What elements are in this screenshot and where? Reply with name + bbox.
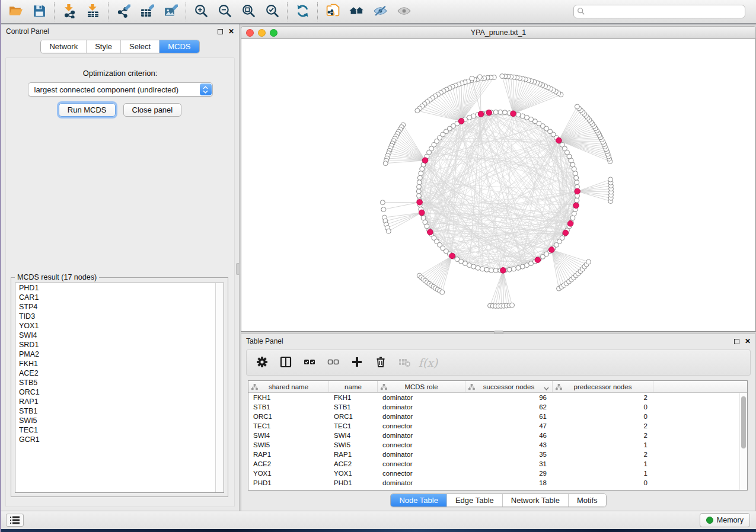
table-cell[interactable]: FKH1 [329,394,378,401]
table-cell[interactable]: 0 [553,413,653,420]
list-item[interactable]: STB1 [15,406,224,416]
table-cell[interactable]: connector [378,422,465,430]
horizontal-splitter-handle[interactable] [494,331,503,334]
list-item[interactable]: CAR1 [15,293,224,302]
table-cell[interactable]: SWI4 [329,432,378,439]
import-network-button[interactable] [58,2,81,22]
table-cell[interactable]: dominator [378,451,465,458]
copy-network-button[interactable] [321,2,344,22]
close-panel-icon[interactable]: ✕ [228,28,234,35]
list-item[interactable]: GCR1 [15,435,224,444]
column-header-predecessor-nodes[interactable]: predecessor nodes [553,381,653,392]
table-cell[interactable]: 1 [553,441,653,448]
tab-network[interactable]: Network [41,40,87,53]
table-row[interactable]: RAP1RAP1dominator352 [248,450,747,459]
hide-selected-button[interactable] [368,2,392,22]
table-row[interactable]: ORC1ORC1dominator610 [248,412,747,421]
list-item[interactable]: PHD1 [15,283,224,293]
show-columns-button[interactable] [275,352,296,373]
network-graph[interactable] [241,39,755,331]
table-cell[interactable]: STB1 [329,403,378,411]
list-item[interactable]: SWI4 [15,331,224,340]
table-cell[interactable]: 61 [465,413,553,420]
network-canvas[interactable] [241,39,756,332]
float-table-panel-icon[interactable] [734,339,739,344]
zoom-selected-button[interactable] [260,2,284,22]
tab-node-table[interactable]: Node Table [391,494,447,507]
list-item[interactable]: YOX1 [15,321,224,331]
column-header-successor-nodes[interactable]: successor nodes [465,381,553,392]
open-button[interactable] [4,2,27,22]
table-cell[interactable]: 2 [553,451,653,458]
table-cell[interactable]: 29 [465,470,553,477]
table-cell[interactable]: 0 [553,403,653,411]
table-cell[interactable]: 43 [465,441,553,448]
table-row[interactable]: YOX1YOX1connector291 [248,469,747,478]
table-cell[interactable]: 2 [553,422,653,430]
list-item[interactable]: FKH1 [15,359,224,368]
table-cell[interactable]: 96 [465,394,553,401]
table-cell[interactable]: ACE2 [329,460,378,467]
first-neighbors-button[interactable] [344,2,368,22]
table-cell[interactable]: SWI5 [248,441,329,448]
table-cell[interactable]: ORC1 [329,413,378,420]
table-cell[interactable]: ORC1 [248,413,329,420]
table-cell[interactable]: PHD1 [248,479,329,486]
show-all-button[interactable] [392,2,416,22]
list-item[interactable]: ACE2 [15,368,224,378]
criterion-dropdown[interactable]: largest connected component (undirected) [28,82,213,97]
search-input[interactable] [573,5,745,18]
list-item[interactable]: SWI5 [15,416,224,425]
table-cell[interactable]: connector [378,460,465,467]
table-cell[interactable]: YOX1 [329,470,378,477]
table-row[interactable]: STB1STB1dominator620 [248,402,747,412]
close-panel-button[interactable]: Close panel [123,103,182,117]
table-row[interactable]: ACE2ACE2connector311 [248,459,747,469]
table-cell[interactable]: SWI4 [248,432,329,439]
tab-motifs[interactable]: Motifs [569,494,606,507]
tab-edge-table[interactable]: Edge Table [447,494,503,507]
table-cell[interactable]: dominator [378,403,465,411]
memory-button[interactable]: Memory [700,513,750,527]
run-mcds-button[interactable]: Run MCDS [59,103,116,117]
save-button[interactable] [27,2,51,22]
select-all-button[interactable] [299,352,320,373]
mcds-result-list[interactable]: PHD1CAR1STP4TID3YOX1SWI4SRD1PMA2FKH1ACE2… [15,283,224,493]
list-item[interactable]: RAP1 [15,397,224,406]
table-cell[interactable]: SWI5 [329,441,378,448]
table-cell[interactable]: PHD1 [329,479,378,486]
list-item[interactable]: TID3 [15,312,224,321]
export-network-button[interactable] [111,2,135,22]
table-cell[interactable]: connector [378,470,465,477]
table-cell[interactable]: dominator [378,413,465,420]
tab-style[interactable]: Style [87,40,121,53]
column-header-MCDS-role[interactable]: MCDS role [378,381,465,392]
zoom-out-button[interactable] [213,2,237,22]
table-cell[interactable]: dominator [378,394,465,401]
result-list-scrollbar[interactable] [215,283,224,492]
list-item[interactable]: TEC1 [15,425,224,435]
tab-network-table[interactable]: Network Table [503,494,569,507]
table-cell[interactable]: 46 [465,432,553,439]
table-cell[interactable]: 0 [553,479,653,486]
list-item[interactable]: STP4 [15,302,224,312]
table-cell[interactable]: 31 [465,460,553,467]
float-panel-icon[interactable] [218,29,223,34]
table-cell[interactable]: 62 [465,403,553,411]
table-cell[interactable]: FKH1 [248,394,329,401]
table-row[interactable]: PHD1PHD1dominator180 [248,478,747,488]
table-cell[interactable]: 2 [553,432,653,439]
table-row[interactable]: SWI4SWI4dominator462 [248,431,747,440]
table-cell[interactable]: dominator [378,432,465,439]
list-item[interactable]: STB5 [15,378,224,387]
zoom-fit-button[interactable] [237,2,260,22]
table-cell[interactable]: 18 [465,479,553,486]
table-scrollbar-thumb[interactable] [741,396,746,448]
table-cell[interactable]: STB1 [248,403,329,411]
list-item[interactable]: SRD1 [15,340,224,350]
sort-chevron-icon[interactable] [544,384,549,392]
export-table-button[interactable] [135,2,159,22]
close-table-panel-icon[interactable]: ✕ [745,338,751,345]
table-scrollbar[interactable] [739,393,747,490]
column-header-shared-name[interactable]: shared name [248,381,329,392]
